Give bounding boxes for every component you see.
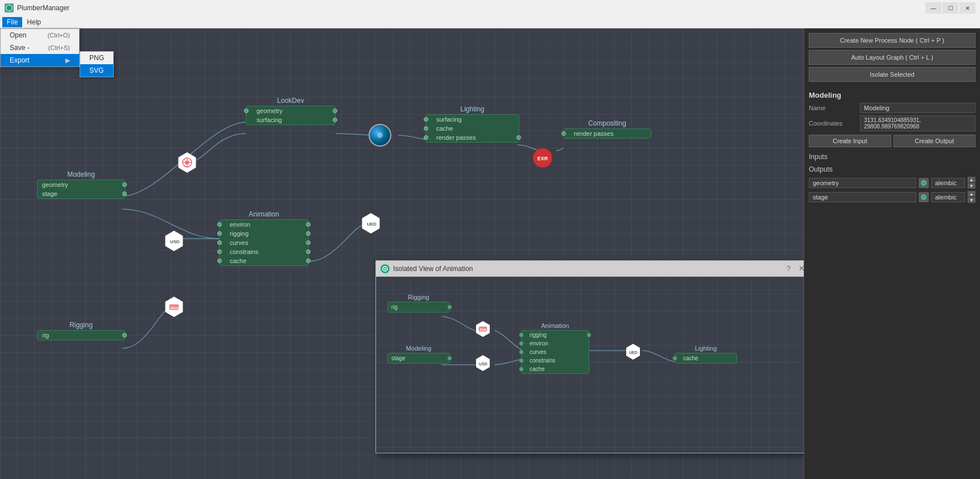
output-geometry-type: alembic — [931, 178, 965, 188]
animation-port-environ: environ — [220, 220, 308, 229]
svg-text:Rmb: Rmb — [480, 328, 486, 331]
animation-port-curves: curves — [220, 238, 308, 247]
lookdev-node[interactable]: LookDev geometry surfacing — [246, 97, 336, 125]
create-input-button[interactable]: Create Input — [809, 135, 891, 147]
exr-icon: EXR — [531, 147, 554, 169]
iv-animation-node[interactable]: Animation rigging environ — [521, 322, 589, 374]
export-menu-item[interactable]: Export ▶ — [1, 54, 79, 66]
lookdev-node-title: LookDev — [246, 97, 336, 105]
output-geometry-arrows[interactable]: ▲ ▼ — [967, 177, 975, 189]
svg-text:UED: UED — [629, 351, 638, 355]
svg-text:USD: USD — [170, 239, 180, 244]
export-svg-item[interactable]: SVG — [80, 64, 113, 77]
output-stage-icon — [919, 192, 929, 202]
coords-value: 3131.6349104885931, 29808.989769820968 — [860, 115, 975, 131]
isolate-selected-button[interactable]: Isolate Selected — [809, 67, 975, 82]
lighting-node-title: Lighting — [425, 105, 519, 113]
modeling-port-stage: stage — [38, 189, 125, 198]
name-field: Name Modeling — [809, 103, 975, 113]
lighting-port-render-passes: render passes — [426, 133, 519, 142]
inputs-label: Inputs — [809, 153, 975, 161]
rigging-node[interactable]: Rigging rig — [37, 321, 125, 340]
lookdev-port-surfacing: surfacing — [246, 115, 335, 124]
output-geometry-up[interactable]: ▲ — [967, 177, 975, 182]
minimize-button[interactable]: — — [925, 2, 941, 14]
output-stage-down[interactable]: ▼ — [967, 197, 975, 203]
svg-point-14 — [384, 268, 386, 269]
save-menu-item[interactable]: Save - (Ctrl+S) — [1, 41, 79, 54]
material-ball-icon — [369, 124, 391, 147]
iv-ued-icon: UED — [625, 344, 641, 360]
svg-text:EXR: EXR — [537, 156, 548, 161]
output-stage-arrows[interactable]: ▲ ▼ — [967, 191, 975, 203]
isolated-view-help[interactable]: ? — [783, 263, 794, 274]
output-row-stage: stage alembic ▲ ▼ — [809, 191, 975, 203]
svg-point-0 — [6, 5, 12, 11]
compositing-node[interactable]: Compositing render passes — [563, 119, 651, 139]
section-title-modeling: Modeling — [809, 91, 975, 99]
output-row-geometry: geometry alembic ▲ ▼ — [809, 177, 975, 189]
lighting-port-surfacing: surfacing — [426, 115, 519, 124]
iv-rumba-icon: Rmb — [475, 321, 491, 337]
name-label: Name — [809, 105, 860, 111]
create-process-node-button[interactable]: Create New Process Node ( Ctrl + P ) — [809, 33, 975, 48]
lookdev-port-geometry: geometry — [246, 106, 335, 115]
auto-layout-button[interactable]: Auto Layout Graph ( Ctrl + L ) — [809, 50, 975, 65]
create-output-button[interactable]: Create Output — [894, 135, 976, 147]
file-menu[interactable]: File — [2, 17, 22, 27]
outputs-section: Outputs geometry alembic ▲ ▼ stage — [809, 165, 975, 203]
rigging-node-title: Rigging — [37, 321, 125, 329]
lighting-node[interactable]: Lighting surfacing cache render passes — [425, 105, 519, 143]
svg-point-22 — [923, 196, 925, 198]
compositing-port-render-passes: render passes — [564, 129, 651, 138]
output-stage-type: alembic — [931, 192, 965, 202]
svg-text:UED: UED — [367, 222, 377, 227]
modeling-node-title: Modeling — [37, 170, 125, 178]
open-menu-item[interactable]: Open (Ctrl+O) — [1, 29, 79, 41]
svg-text:USD: USD — [479, 362, 487, 366]
export-png-item[interactable]: PNG — [80, 52, 113, 64]
iv-modeling-node[interactable]: Modeling stage — [387, 345, 450, 364]
iv-usd-icon: USD — [475, 355, 491, 371]
compositing-node-title: Compositing — [563, 119, 651, 127]
lighting-port-cache: cache — [426, 124, 519, 133]
output-geometry-down[interactable]: ▼ — [967, 183, 975, 189]
animation-port-cache: cache — [220, 256, 308, 265]
output-stage-name: stage — [809, 192, 916, 202]
coords-label: Coordinates — [809, 120, 860, 127]
name-value: Modeling — [860, 103, 975, 113]
modeling-node[interactable]: Modeling geometry stage — [37, 170, 125, 199]
canvas-area[interactable]: Modeling geometry stage LookDev geometry — [0, 28, 804, 479]
output-geometry-name: geometry — [809, 178, 916, 188]
help-menu[interactable]: Help — [22, 17, 46, 27]
outputs-label: Outputs — [809, 165, 975, 173]
isolated-view-window: Isolated View of Animation ? ✕ — [375, 260, 804, 453]
coordinates-field: Coordinates 3131.6349104885931, 29808.98… — [809, 115, 975, 131]
output-geometry-icon — [919, 178, 929, 188]
right-panel: Create New Process Node ( Ctrl + P ) Aut… — [804, 28, 980, 479]
animation-node[interactable]: Animation environ rigging curves — [219, 210, 309, 266]
output-stage-up[interactable]: ▲ — [967, 191, 975, 197]
file-dropdown: Open (Ctrl+O) Save - (Ctrl+S) Export ▶ — [0, 28, 80, 67]
modeling-port-geometry: geometry — [38, 180, 125, 189]
modeling-properties: Modeling Name Modeling Coordinates 3131.… — [809, 91, 975, 205]
rigging-port-rig: rig — [38, 331, 125, 340]
animation-port-constrains: constrains — [220, 247, 308, 256]
close-button[interactable]: ✕ — [960, 2, 975, 14]
maximize-button[interactable]: ☐ — [942, 2, 958, 14]
animation-node-title: Animation — [219, 210, 309, 218]
svg-point-20 — [923, 182, 925, 184]
inputs-section: Inputs — [809, 153, 975, 161]
app-title: PlumberManager — [17, 4, 69, 12]
isolated-view-title-text: Isolated View of Animation — [393, 265, 473, 273]
export-submenu: PNG SVG — [80, 51, 114, 77]
app-icon — [5, 3, 14, 13]
animation-port-rigging: rigging — [220, 229, 308, 238]
isolated-view-icon — [381, 264, 390, 273]
svg-text:Rumba: Rumba — [171, 306, 180, 310]
iv-lighting-node[interactable]: Lighting cache — [675, 345, 737, 364]
isolated-view-close[interactable]: ✕ — [795, 263, 804, 274]
iv-rigging-node[interactable]: Rigging rig — [387, 294, 450, 313]
